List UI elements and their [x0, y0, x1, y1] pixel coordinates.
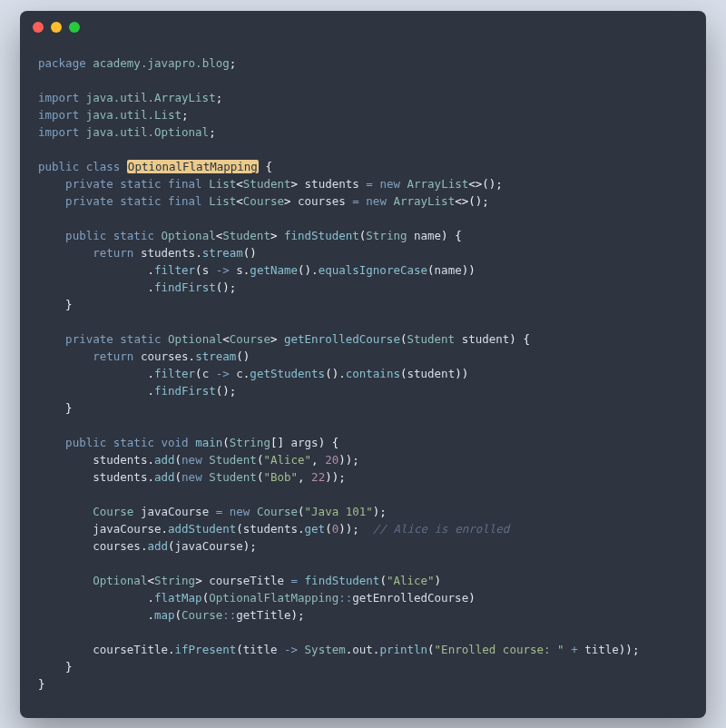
method-call: getName [250, 263, 298, 277]
type: Student [209, 453, 257, 467]
keyword: private [65, 194, 113, 208]
method-call: filter [154, 367, 195, 380]
string: "Enrolled course: " [435, 643, 564, 656]
import-path: java.util.ArrayList [86, 91, 216, 104]
keyword: import [38, 91, 79, 104]
string: "Bob" [263, 470, 298, 484]
type: Course [230, 332, 270, 346]
field: students [93, 470, 147, 484]
method-call: println [379, 643, 427, 656]
maximize-icon[interactable] [69, 22, 80, 33]
method-call: filter [154, 263, 195, 277]
keyword: static [120, 332, 161, 346]
method-call: ifPresent [175, 643, 237, 656]
param: s [236, 263, 243, 277]
method-name: findStudent [284, 229, 359, 242]
keyword: import [38, 125, 79, 139]
keyword: new [379, 177, 400, 191]
type: Optional [168, 332, 222, 346]
variable: courseTitle [209, 574, 284, 587]
minimize-icon[interactable] [51, 22, 62, 33]
keyword: class [86, 160, 121, 173]
number: 20 [325, 453, 338, 467]
string: "Alice" [263, 453, 311, 467]
keyword: new [230, 505, 250, 518]
param: c [202, 367, 210, 380]
keyword: final [168, 194, 202, 208]
type: String [154, 574, 195, 587]
keyword: public [65, 229, 106, 242]
string: "Alice" [387, 574, 435, 587]
field: courses [93, 539, 141, 553]
method-call: addStudent [168, 522, 236, 536]
comment: // Alice is enrolled [373, 522, 510, 536]
param: student [407, 367, 455, 380]
keyword: static [120, 177, 161, 191]
keyword: final [168, 177, 202, 191]
keyword: static [113, 229, 154, 242]
method-call: findStudent [305, 574, 380, 587]
import-path: java.util.Optional [86, 125, 209, 139]
field: out [352, 643, 373, 656]
code-editor[interactable]: package academy.javapro.blog; import jav… [20, 44, 706, 718]
type: String [230, 436, 270, 449]
method-call: stream [202, 246, 243, 260]
param: student [462, 332, 510, 346]
method-name: main [195, 436, 222, 449]
type: List [209, 177, 236, 191]
field: students [243, 522, 298, 536]
type: Optional [93, 574, 147, 587]
field: courses [141, 349, 189, 363]
param: name [435, 263, 462, 277]
variable: javaCourse [175, 539, 243, 553]
keyword: private [65, 332, 113, 346]
keyword: package [38, 56, 86, 70]
titlebar [20, 11, 706, 44]
field: students [141, 246, 195, 260]
close-icon[interactable] [33, 22, 44, 33]
type: List [209, 194, 236, 208]
method-call: contains [346, 367, 400, 380]
param: title [243, 643, 278, 656]
keyword: public [65, 436, 106, 449]
type: ArrayList [407, 177, 469, 191]
method-call: findFirst [154, 280, 216, 294]
field: students [93, 453, 147, 467]
method-call: equalsIgnoreCase [319, 263, 427, 277]
type: System [305, 643, 346, 656]
method-call: flatMap [154, 591, 202, 605]
param: title [584, 643, 619, 656]
field: students [305, 177, 359, 191]
code-window: package academy.javapro.blog; import jav… [20, 11, 706, 718]
method-ref: getEnrolledCourse [352, 591, 468, 605]
method-call: add [154, 470, 175, 484]
keyword: void [161, 436, 188, 449]
type: Student [209, 470, 257, 484]
type: Course [257, 505, 298, 518]
field: courses [298, 194, 346, 208]
class-name-highlight: OptionalFlatMapping [127, 160, 259, 173]
method-call: map [154, 608, 175, 622]
param: args [291, 436, 319, 449]
variable: javaCourse [141, 505, 209, 518]
type: Course [93, 505, 133, 518]
type: Student [243, 177, 291, 191]
method-name: getEnrolledCourse [284, 332, 400, 346]
keyword: private [65, 177, 113, 191]
keyword: static [113, 436, 154, 449]
keyword: static [120, 194, 161, 208]
keyword: public [38, 160, 79, 173]
string: "Java 101" [305, 505, 373, 518]
type: Student [222, 229, 270, 242]
keyword: new [182, 470, 202, 484]
type: Optional [161, 229, 215, 242]
package-name: academy.javapro.blog [93, 56, 230, 70]
type: Course [182, 608, 222, 622]
import-path: java.util.List [86, 108, 182, 122]
param: s [202, 263, 210, 277]
type: Course [243, 194, 284, 208]
type: ArrayList [393, 194, 455, 208]
method-call: add [147, 539, 168, 553]
method-call: getStudents [250, 367, 325, 380]
param: name [414, 229, 441, 242]
